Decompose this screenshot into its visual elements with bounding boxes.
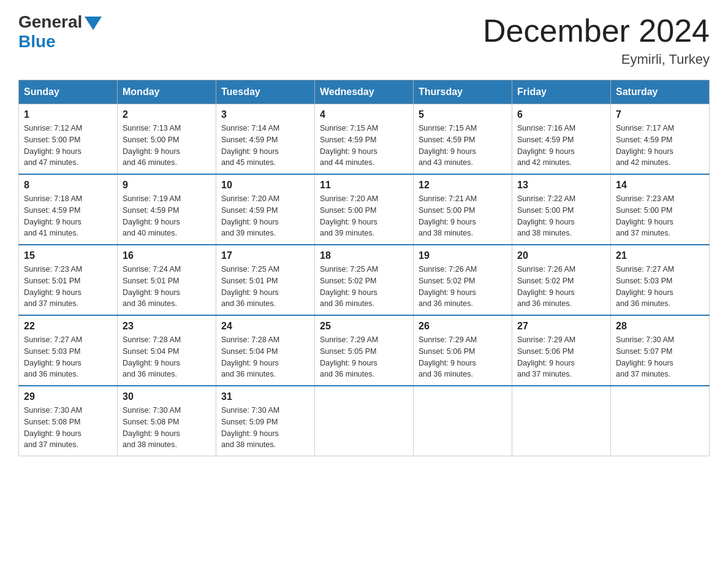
day-number: 14 [616, 180, 704, 191]
day-info: Sunrise: 7:24 AMSunset: 5:01 PMDaylight:… [123, 264, 211, 310]
calendar-header-saturday: Saturday [611, 80, 710, 104]
day-info: Sunrise: 7:26 AMSunset: 5:02 PMDaylight:… [517, 264, 605, 310]
day-number: 26 [419, 321, 507, 332]
day-info: Sunrise: 7:27 AMSunset: 5:03 PMDaylight:… [616, 264, 704, 310]
calendar-cell: 5Sunrise: 7:15 AMSunset: 4:59 PMDaylight… [414, 104, 512, 175]
day-info: Sunrise: 7:28 AMSunset: 5:04 PMDaylight:… [123, 334, 211, 380]
day-number: 3 [221, 109, 309, 120]
day-number: 29 [24, 391, 112, 402]
day-number: 8 [24, 180, 112, 191]
day-number: 27 [517, 321, 605, 332]
calendar-cell [414, 386, 512, 456]
calendar-cell: 15Sunrise: 7:23 AMSunset: 5:01 PMDayligh… [19, 245, 118, 315]
day-number: 21 [616, 250, 704, 261]
logo-general-text: General [18, 12, 82, 32]
day-info: Sunrise: 7:25 AMSunset: 5:02 PMDaylight:… [320, 264, 408, 310]
calendar-header-thursday: Thursday [414, 80, 512, 104]
calendar-cell [315, 386, 414, 456]
day-info: Sunrise: 7:20 AMSunset: 4:59 PMDaylight:… [221, 193, 309, 239]
day-info: Sunrise: 7:12 AMSunset: 5:00 PMDaylight:… [24, 123, 112, 169]
calendar-cell: 11Sunrise: 7:20 AMSunset: 5:00 PMDayligh… [315, 174, 414, 245]
day-info: Sunrise: 7:29 AMSunset: 5:06 PMDaylight:… [517, 334, 605, 380]
day-number: 7 [616, 109, 704, 120]
calendar-cell: 23Sunrise: 7:28 AMSunset: 5:04 PMDayligh… [118, 315, 216, 386]
day-number: 20 [517, 250, 605, 261]
day-info: Sunrise: 7:17 AMSunset: 4:59 PMDaylight:… [616, 123, 704, 169]
day-number: 2 [123, 109, 211, 120]
calendar-cell: 7Sunrise: 7:17 AMSunset: 4:59 PMDaylight… [611, 104, 710, 175]
calendar-cell: 12Sunrise: 7:21 AMSunset: 5:00 PMDayligh… [414, 174, 512, 245]
day-info: Sunrise: 7:14 AMSunset: 4:59 PMDaylight:… [221, 123, 309, 169]
day-info: Sunrise: 7:29 AMSunset: 5:06 PMDaylight:… [419, 334, 507, 380]
calendar-header-monday: Monday [118, 80, 216, 104]
day-number: 15 [24, 250, 112, 261]
calendar-header-friday: Friday [512, 80, 611, 104]
day-number: 30 [123, 391, 211, 402]
day-info: Sunrise: 7:18 AMSunset: 4:59 PMDaylight:… [24, 193, 112, 239]
day-info: Sunrise: 7:29 AMSunset: 5:05 PMDaylight:… [320, 334, 408, 380]
calendar-cell: 10Sunrise: 7:20 AMSunset: 4:59 PMDayligh… [216, 174, 315, 245]
day-number: 23 [123, 321, 211, 332]
logo-blue-text: Blue [18, 32, 56, 52]
day-number: 10 [221, 180, 309, 191]
calendar-cell: 24Sunrise: 7:28 AMSunset: 5:04 PMDayligh… [216, 315, 315, 386]
day-number: 28 [616, 321, 704, 332]
calendar-week-row: 29Sunrise: 7:30 AMSunset: 5:08 PMDayligh… [19, 386, 710, 456]
calendar-cell: 28Sunrise: 7:30 AMSunset: 5:07 PMDayligh… [611, 315, 710, 386]
calendar-header-sunday: Sunday [19, 80, 118, 104]
logo: General Blue [18, 12, 102, 52]
calendar-cell: 18Sunrise: 7:25 AMSunset: 5:02 PMDayligh… [315, 245, 414, 315]
day-info: Sunrise: 7:19 AMSunset: 4:59 PMDaylight:… [123, 193, 211, 239]
calendar-cell: 4Sunrise: 7:15 AMSunset: 4:59 PMDaylight… [315, 104, 414, 175]
calendar-cell: 26Sunrise: 7:29 AMSunset: 5:06 PMDayligh… [414, 315, 512, 386]
calendar-table: SundayMondayTuesdayWednesdayThursdayFrid… [18, 80, 710, 456]
calendar-cell: 6Sunrise: 7:16 AMSunset: 4:59 PMDaylight… [512, 104, 611, 175]
day-number: 12 [419, 180, 507, 191]
calendar-cell [611, 386, 710, 456]
calendar-cell: 2Sunrise: 7:13 AMSunset: 5:00 PMDaylight… [118, 104, 216, 175]
calendar-week-row: 15Sunrise: 7:23 AMSunset: 5:01 PMDayligh… [19, 245, 710, 315]
calendar-week-row: 1Sunrise: 7:12 AMSunset: 5:00 PMDaylight… [19, 104, 710, 175]
calendar-cell: 16Sunrise: 7:24 AMSunset: 5:01 PMDayligh… [118, 245, 216, 315]
day-number: 24 [221, 321, 309, 332]
day-number: 31 [221, 391, 309, 402]
day-info: Sunrise: 7:25 AMSunset: 5:01 PMDaylight:… [221, 264, 309, 310]
calendar-cell: 27Sunrise: 7:29 AMSunset: 5:06 PMDayligh… [512, 315, 611, 386]
page-header: General Blue December 2024 Eymirli, Turk… [18, 12, 710, 67]
calendar-cell [512, 386, 611, 456]
day-info: Sunrise: 7:30 AMSunset: 5:08 PMDaylight:… [24, 405, 112, 451]
calendar-cell: 8Sunrise: 7:18 AMSunset: 4:59 PMDaylight… [19, 174, 118, 245]
day-number: 25 [320, 321, 408, 332]
day-info: Sunrise: 7:30 AMSunset: 5:09 PMDaylight:… [221, 405, 309, 451]
calendar-cell: 19Sunrise: 7:26 AMSunset: 5:02 PMDayligh… [414, 245, 512, 315]
day-number: 22 [24, 321, 112, 332]
calendar-cell: 9Sunrise: 7:19 AMSunset: 4:59 PMDaylight… [118, 174, 216, 245]
day-number: 13 [517, 180, 605, 191]
day-info: Sunrise: 7:13 AMSunset: 5:00 PMDaylight:… [123, 123, 211, 169]
day-info: Sunrise: 7:22 AMSunset: 5:00 PMDaylight:… [517, 193, 605, 239]
day-number: 19 [419, 250, 507, 261]
title-section: December 2024 Eymirli, Turkey [483, 12, 710, 67]
day-info: Sunrise: 7:23 AMSunset: 5:01 PMDaylight:… [24, 264, 112, 310]
calendar-week-row: 8Sunrise: 7:18 AMSunset: 4:59 PMDaylight… [19, 174, 710, 245]
calendar-header-tuesday: Tuesday [216, 80, 315, 104]
day-info: Sunrise: 7:20 AMSunset: 5:00 PMDaylight:… [320, 193, 408, 239]
day-info: Sunrise: 7:21 AMSunset: 5:00 PMDaylight:… [419, 193, 507, 239]
calendar-cell: 25Sunrise: 7:29 AMSunset: 5:05 PMDayligh… [315, 315, 414, 386]
calendar-header-wednesday: Wednesday [315, 80, 414, 104]
calendar-week-row: 22Sunrise: 7:27 AMSunset: 5:03 PMDayligh… [19, 315, 710, 386]
calendar-cell: 17Sunrise: 7:25 AMSunset: 5:01 PMDayligh… [216, 245, 315, 315]
calendar-cell: 21Sunrise: 7:27 AMSunset: 5:03 PMDayligh… [611, 245, 710, 315]
day-info: Sunrise: 7:26 AMSunset: 5:02 PMDaylight:… [419, 264, 507, 310]
calendar-header-row: SundayMondayTuesdayWednesdayThursdayFrid… [19, 80, 710, 104]
calendar-cell: 31Sunrise: 7:30 AMSunset: 5:09 PMDayligh… [216, 386, 315, 456]
calendar-cell: 1Sunrise: 7:12 AMSunset: 5:00 PMDaylight… [19, 104, 118, 175]
day-number: 18 [320, 250, 408, 261]
calendar-cell: 14Sunrise: 7:23 AMSunset: 5:00 PMDayligh… [611, 174, 710, 245]
logo-triangle-icon [85, 17, 102, 30]
calendar-cell: 20Sunrise: 7:26 AMSunset: 5:02 PMDayligh… [512, 245, 611, 315]
day-number: 11 [320, 180, 408, 191]
day-number: 9 [123, 180, 211, 191]
calendar-cell: 22Sunrise: 7:27 AMSunset: 5:03 PMDayligh… [19, 315, 118, 386]
calendar-cell: 30Sunrise: 7:30 AMSunset: 5:08 PMDayligh… [118, 386, 216, 456]
